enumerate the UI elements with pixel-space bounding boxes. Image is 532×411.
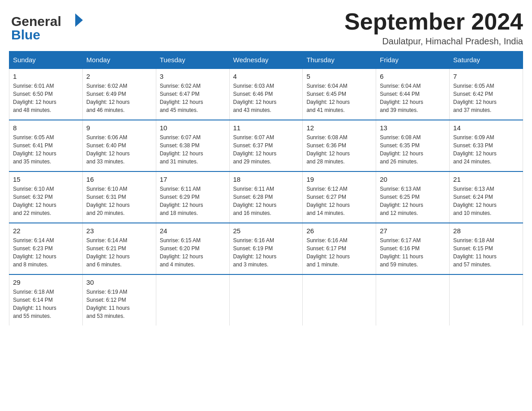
- day-info: Sunrise: 6:01 AM Sunset: 6:50 PM Dayligh…: [13, 82, 79, 114]
- calendar-cell: 2 Sunrise: 6:02 AM Sunset: 6:49 PM Dayli…: [82, 68, 156, 120]
- day-info: Sunrise: 6:18 AM Sunset: 6:15 PM Dayligh…: [453, 236, 519, 269]
- calendar-cell: 16 Sunrise: 6:10 AM Sunset: 6:31 PM Dayl…: [82, 171, 156, 223]
- day-info: Sunrise: 6:13 AM Sunset: 6:25 PM Dayligh…: [380, 185, 446, 217]
- calendar-cell: 10 Sunrise: 6:07 AM Sunset: 6:38 PM Dayl…: [156, 120, 229, 171]
- day-number: 23: [86, 227, 152, 235]
- calendar-cell: 20 Sunrise: 6:13 AM Sunset: 6:25 PM Dayl…: [376, 171, 450, 223]
- day-number: 2: [86, 73, 152, 80]
- day-number: 20: [380, 176, 446, 183]
- week-row-3: 15 Sunrise: 6:10 AM Sunset: 6:32 PM Dayl…: [9, 171, 523, 223]
- logo-svg: General Blue: [9, 9, 85, 43]
- day-number: 9: [86, 124, 152, 132]
- location-title: Daulatpur, Himachal Pradesh, India: [344, 36, 523, 47]
- weekday-header-sunday: Sunday: [9, 51, 83, 69]
- calendar-cell: 4 Sunrise: 6:03 AM Sunset: 6:46 PM Dayli…: [229, 68, 303, 120]
- day-info: Sunrise: 6:15 AM Sunset: 6:20 PM Dayligh…: [160, 236, 226, 269]
- calendar-cell: 8 Sunrise: 6:05 AM Sunset: 6:41 PM Dayli…: [9, 120, 83, 171]
- day-info: Sunrise: 6:14 AM Sunset: 6:23 PM Dayligh…: [13, 236, 79, 269]
- day-info: Sunrise: 6:10 AM Sunset: 6:32 PM Dayligh…: [13, 185, 79, 217]
- calendar-cell: 18 Sunrise: 6:11 AM Sunset: 6:28 PM Dayl…: [229, 171, 303, 223]
- weekday-header-saturday: Saturday: [450, 51, 523, 69]
- day-number: 3: [160, 73, 226, 80]
- day-info: Sunrise: 6:11 AM Sunset: 6:29 PM Dayligh…: [160, 185, 226, 217]
- day-info: Sunrise: 6:17 AM Sunset: 6:16 PM Dayligh…: [380, 236, 446, 269]
- calendar-cell: [376, 274, 450, 325]
- calendar-cell: 22 Sunrise: 6:14 AM Sunset: 6:23 PM Dayl…: [9, 223, 83, 274]
- day-number: 14: [453, 124, 519, 132]
- day-number: 24: [160, 227, 226, 235]
- day-info: Sunrise: 6:04 AM Sunset: 6:44 PM Dayligh…: [380, 82, 446, 114]
- calendar-cell: 9 Sunrise: 6:06 AM Sunset: 6:40 PM Dayli…: [82, 120, 156, 171]
- day-info: Sunrise: 6:06 AM Sunset: 6:40 PM Dayligh…: [86, 133, 152, 166]
- weekday-header-friday: Friday: [376, 51, 450, 69]
- calendar-cell: 15 Sunrise: 6:10 AM Sunset: 6:32 PM Dayl…: [9, 171, 83, 223]
- day-info: Sunrise: 6:04 AM Sunset: 6:45 PM Dayligh…: [306, 82, 372, 114]
- day-number: 10: [160, 124, 226, 132]
- calendar-cell: 14 Sunrise: 6:09 AM Sunset: 6:33 PM Dayl…: [450, 120, 523, 171]
- day-number: 15: [13, 176, 79, 183]
- week-row-5: 29 Sunrise: 6:18 AM Sunset: 6:14 PM Dayl…: [9, 274, 523, 325]
- svg-marker-1: [75, 13, 83, 27]
- day-number: 13: [380, 124, 446, 132]
- day-number: 16: [86, 176, 152, 183]
- day-number: 11: [233, 124, 299, 132]
- day-number: 30: [86, 278, 152, 286]
- calendar-cell: [303, 274, 376, 325]
- day-info: Sunrise: 6:11 AM Sunset: 6:28 PM Dayligh…: [233, 185, 299, 217]
- week-row-1: 1 Sunrise: 6:01 AM Sunset: 6:50 PM Dayli…: [9, 68, 523, 120]
- calendar-cell: 1 Sunrise: 6:01 AM Sunset: 6:50 PM Dayli…: [9, 68, 83, 120]
- day-info: Sunrise: 6:12 AM Sunset: 6:27 PM Dayligh…: [306, 185, 372, 217]
- day-info: Sunrise: 6:18 AM Sunset: 6:14 PM Dayligh…: [13, 288, 79, 320]
- svg-text:General: General: [11, 14, 61, 29]
- day-info: Sunrise: 6:03 AM Sunset: 6:46 PM Dayligh…: [233, 82, 299, 114]
- day-number: 8: [13, 124, 79, 132]
- calendar-table: SundayMondayTuesdayWednesdayThursdayFrid…: [9, 51, 523, 325]
- day-number: 26: [306, 227, 372, 235]
- calendar-cell: 25 Sunrise: 6:16 AM Sunset: 6:19 PM Dayl…: [229, 223, 303, 274]
- day-number: 17: [160, 176, 226, 183]
- calendar-cell: 23 Sunrise: 6:14 AM Sunset: 6:21 PM Dayl…: [82, 223, 156, 274]
- calendar-cell: 5 Sunrise: 6:04 AM Sunset: 6:45 PM Dayli…: [303, 68, 376, 120]
- page-header: General Blue September 2024 Daulatpur, H…: [9, 9, 523, 47]
- day-number: 25: [233, 227, 299, 235]
- month-title: September 2024: [344, 9, 523, 34]
- calendar-cell: 12 Sunrise: 6:08 AM Sunset: 6:36 PM Dayl…: [303, 120, 376, 171]
- calendar-cell: 30 Sunrise: 6:19 AM Sunset: 6:12 PM Dayl…: [82, 274, 156, 325]
- calendar-cell: 13 Sunrise: 6:08 AM Sunset: 6:35 PM Dayl…: [376, 120, 450, 171]
- day-number: 18: [233, 176, 299, 183]
- day-info: Sunrise: 6:05 AM Sunset: 6:41 PM Dayligh…: [13, 133, 79, 166]
- weekday-header-thursday: Thursday: [303, 51, 376, 69]
- week-row-4: 22 Sunrise: 6:14 AM Sunset: 6:23 PM Dayl…: [9, 223, 523, 274]
- day-number: 21: [453, 176, 519, 183]
- calendar-cell: 17 Sunrise: 6:11 AM Sunset: 6:29 PM Dayl…: [156, 171, 229, 223]
- day-info: Sunrise: 6:07 AM Sunset: 6:38 PM Dayligh…: [160, 133, 226, 166]
- day-info: Sunrise: 6:07 AM Sunset: 6:37 PM Dayligh…: [233, 133, 299, 166]
- day-info: Sunrise: 6:16 AM Sunset: 6:19 PM Dayligh…: [233, 236, 299, 269]
- day-number: 12: [306, 124, 372, 132]
- day-info: Sunrise: 6:13 AM Sunset: 6:24 PM Dayligh…: [453, 185, 519, 217]
- weekday-header-monday: Monday: [82, 51, 156, 69]
- calendar-cell: [229, 274, 303, 325]
- calendar-cell: 7 Sunrise: 6:05 AM Sunset: 6:42 PM Dayli…: [450, 68, 523, 120]
- day-number: 28: [453, 227, 519, 235]
- week-row-2: 8 Sunrise: 6:05 AM Sunset: 6:41 PM Dayli…: [9, 120, 523, 171]
- calendar-cell: 19 Sunrise: 6:12 AM Sunset: 6:27 PM Dayl…: [303, 171, 376, 223]
- day-info: Sunrise: 6:05 AM Sunset: 6:42 PM Dayligh…: [453, 82, 519, 114]
- day-info: Sunrise: 6:16 AM Sunset: 6:17 PM Dayligh…: [306, 236, 372, 269]
- title-area: September 2024 Daulatpur, Himachal Prade…: [344, 9, 523, 47]
- day-info: Sunrise: 6:02 AM Sunset: 6:47 PM Dayligh…: [160, 82, 226, 114]
- day-number: 27: [380, 227, 446, 235]
- calendar-cell: [450, 274, 523, 325]
- day-info: Sunrise: 6:02 AM Sunset: 6:49 PM Dayligh…: [86, 82, 152, 114]
- weekday-header-row: SundayMondayTuesdayWednesdayThursdayFrid…: [9, 51, 523, 69]
- logo: General Blue: [9, 9, 85, 43]
- day-number: 7: [453, 73, 519, 80]
- calendar-cell: 11 Sunrise: 6:07 AM Sunset: 6:37 PM Dayl…: [229, 120, 303, 171]
- weekday-header-tuesday: Tuesday: [156, 51, 229, 69]
- day-number: 22: [13, 227, 79, 235]
- day-number: 4: [233, 73, 299, 80]
- calendar-cell: 3 Sunrise: 6:02 AM Sunset: 6:47 PM Dayli…: [156, 68, 229, 120]
- calendar-cell: 28 Sunrise: 6:18 AM Sunset: 6:15 PM Dayl…: [450, 223, 523, 274]
- day-info: Sunrise: 6:14 AM Sunset: 6:21 PM Dayligh…: [86, 236, 152, 269]
- day-number: 5: [306, 73, 372, 80]
